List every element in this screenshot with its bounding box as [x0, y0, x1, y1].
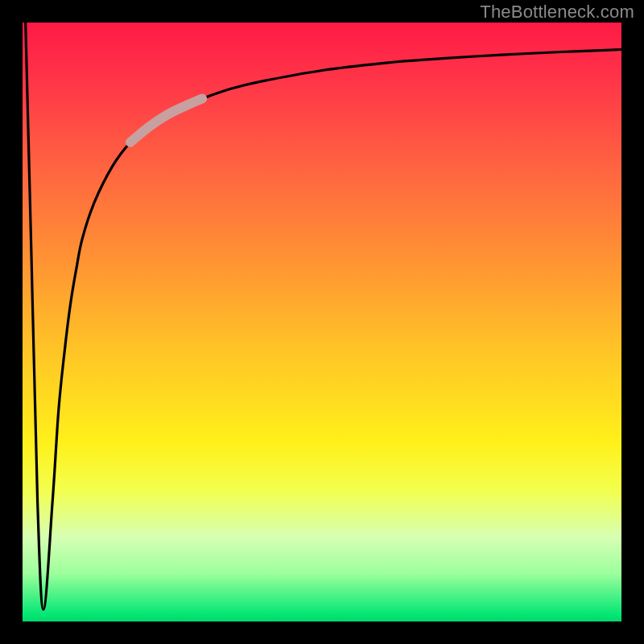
plot-area: [23, 23, 621, 621]
chart-frame: TheBottleneck.com: [0, 0, 644, 644]
watermark-text: TheBottleneck.com: [480, 2, 634, 23]
curve-layer: [23, 23, 621, 621]
bottleneck-curve: [26, 23, 621, 609]
highlight-segment: [130, 99, 202, 142]
